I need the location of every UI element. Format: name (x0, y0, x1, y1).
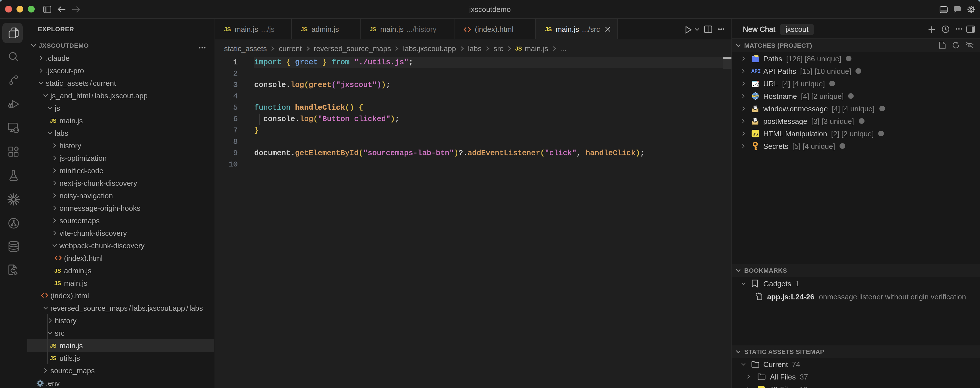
svg-text:://_: ://_ (752, 82, 759, 87)
svg-text:JS: JS (753, 132, 758, 136)
svg-text:www: www (752, 95, 758, 97)
